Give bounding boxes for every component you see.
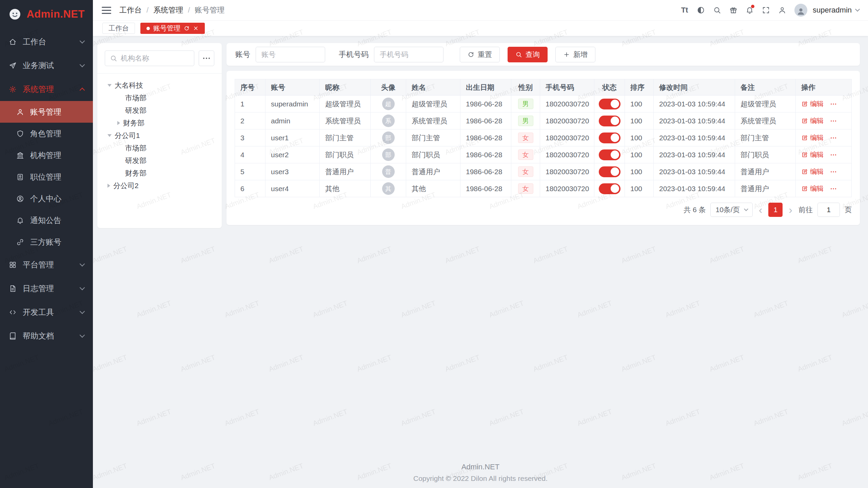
user-profile-icon[interactable] [775, 3, 790, 18]
notification-badge [751, 5, 754, 8]
cell-account: admin [265, 113, 320, 129]
sidebar-item-system-management[interactable]: 系统管理 [0, 77, 93, 101]
sidebar-item-log-management[interactable]: 日志管理 [0, 277, 93, 300]
status-toggle[interactable] [599, 99, 620, 109]
close-icon[interactable] [193, 25, 199, 31]
phone-input[interactable] [374, 47, 443, 62]
tree-node[interactable]: 市场部 [105, 92, 214, 104]
right-column: 账号 手机号码 重置 查询 新增 [226, 43, 860, 228]
edit-button[interactable]: 编辑 [801, 150, 824, 159]
org-search-input[interactable] [121, 54, 189, 62]
more-actions-icon[interactable] [830, 185, 837, 192]
main-area: 工作台 / 系统管理 / 账号管理 Tt [93, 0, 868, 488]
tree-node[interactable]: 大名科技 [105, 79, 214, 92]
chevron-down-icon[interactable] [855, 7, 860, 12]
fullscreen-icon[interactable] [758, 3, 773, 18]
sidebar-item-position-management[interactable]: 职位管理 [0, 166, 93, 188]
sidebar-item-third-party-account[interactable]: 三方账号 [0, 231, 93, 253]
tree-node-label: 市场部 [125, 93, 146, 103]
status-toggle[interactable] [599, 183, 620, 194]
more-options-icon[interactable] [199, 50, 214, 66]
more-actions-icon[interactable] [830, 134, 837, 142]
reset-label: 重置 [478, 50, 492, 59]
search-icon[interactable] [710, 3, 725, 18]
tree-node[interactable]: 分公司2 [105, 179, 214, 192]
gear-icon [9, 85, 17, 93]
cell-nickname: 普通用户 [320, 163, 371, 180]
sidebar-item-org-management[interactable]: 机构管理 [0, 144, 93, 166]
page-number-current[interactable]: 1 [768, 203, 783, 217]
sidebar-item-notice-announcement[interactable]: 通知公告 [0, 209, 93, 231]
tab-label: 工作台 [108, 24, 129, 33]
caret-down-icon[interactable] [107, 84, 112, 87]
add-button[interactable]: 新增 [555, 47, 595, 62]
chevron-up-icon [80, 87, 85, 93]
sidebar-item-business-test[interactable]: 业务测试 [0, 54, 93, 77]
status-toggle[interactable] [599, 166, 620, 177]
tree-node[interactable]: 研发部 [105, 154, 214, 167]
edit-button[interactable]: 编辑 [801, 133, 824, 142]
cell-status [594, 146, 625, 163]
avatar: 超 [382, 98, 395, 110]
cell-remark: 部门职员 [735, 146, 796, 163]
caret-right-icon[interactable] [107, 184, 110, 188]
tab-account-management[interactable]: 账号管理 [140, 23, 205, 34]
more-actions-icon[interactable] [830, 151, 837, 159]
notification-bell-icon[interactable] [742, 3, 757, 18]
edit-button[interactable]: 编辑 [801, 167, 824, 176]
edit-button[interactable]: 编辑 [801, 116, 824, 125]
caret-right-icon[interactable] [117, 121, 120, 125]
cell-remark: 普通用户 [735, 180, 796, 197]
tree-node[interactable]: 财务部 [105, 167, 214, 179]
pagination: 共 6 条 10条/页 ‹ 1 › 前往 页 [235, 203, 852, 217]
sidebar-item-workbench[interactable]: 工作台 [0, 30, 93, 54]
status-toggle[interactable] [599, 133, 620, 143]
username[interactable]: superadmin [813, 6, 852, 15]
cell-modified: 2023-01-03 10:59:44 [654, 129, 735, 146]
search-button[interactable]: 查询 [508, 47, 548, 62]
goto-page-input[interactable] [817, 203, 840, 217]
sidebar-item-dev-tools[interactable]: 开发工具 [0, 300, 93, 324]
edit-button[interactable]: 编辑 [801, 184, 824, 193]
chevron-down-icon [744, 207, 748, 211]
cell-status [594, 163, 625, 180]
cell-account: user4 [265, 180, 320, 197]
more-actions-icon[interactable] [830, 117, 837, 125]
sidebar-item-role-management[interactable]: 角色管理 [0, 123, 93, 144]
table-row: 6user4其他其其他1986-06-28女180200307201002023… [235, 180, 852, 197]
theme-icon[interactable] [693, 3, 708, 18]
status-toggle[interactable] [599, 116, 620, 126]
avatar[interactable] [794, 4, 807, 17]
cell-actions: 编辑 [796, 163, 852, 180]
sidebar-item-help-docs[interactable]: 帮助文档 [0, 324, 93, 348]
sidebar-item-personal-center[interactable]: 个人中心 [0, 188, 93, 209]
more-actions-icon[interactable] [830, 168, 837, 176]
sidebar-item-platform-management[interactable]: 平台管理 [0, 253, 93, 277]
prev-page-button[interactable]: ‹ [757, 204, 764, 215]
page-size-select[interactable]: 10条/页 [710, 203, 752, 217]
avatar: 其 [382, 182, 395, 195]
tree-node[interactable]: 研发部 [105, 104, 214, 117]
tree-node[interactable]: 分公司1 [105, 129, 214, 142]
account-input[interactable] [256, 47, 325, 62]
edit-button[interactable]: 编辑 [801, 99, 824, 108]
tab-workbench[interactable]: 工作台 [102, 23, 135, 34]
sidebar-item-label: 工作台 [23, 37, 46, 47]
chevron-down-icon [80, 332, 85, 338]
tree-node[interactable]: 市场部 [105, 142, 214, 154]
more-actions-icon[interactable] [830, 100, 837, 108]
sidebar-item-account-management[interactable]: 账号管理 [0, 101, 93, 123]
cell-phone: 18020030720 [540, 113, 594, 129]
tree-node[interactable]: 财务部 [105, 117, 214, 129]
reset-button[interactable]: 重置 [460, 47, 500, 62]
gift-icon[interactable] [726, 3, 741, 18]
breadcrumb-item[interactable]: 工作台 [119, 5, 142, 15]
refresh-icon[interactable] [184, 25, 190, 31]
breadcrumb-item[interactable]: 系统管理 [153, 5, 183, 15]
status-toggle[interactable] [599, 149, 620, 160]
caret-down-icon[interactable] [107, 134, 112, 137]
menu-collapse-icon[interactable] [102, 7, 111, 14]
text-size-icon[interactable]: Tt [677, 3, 692, 18]
next-page-button[interactable]: › [787, 204, 794, 215]
cell-sort: 100 [625, 146, 654, 163]
